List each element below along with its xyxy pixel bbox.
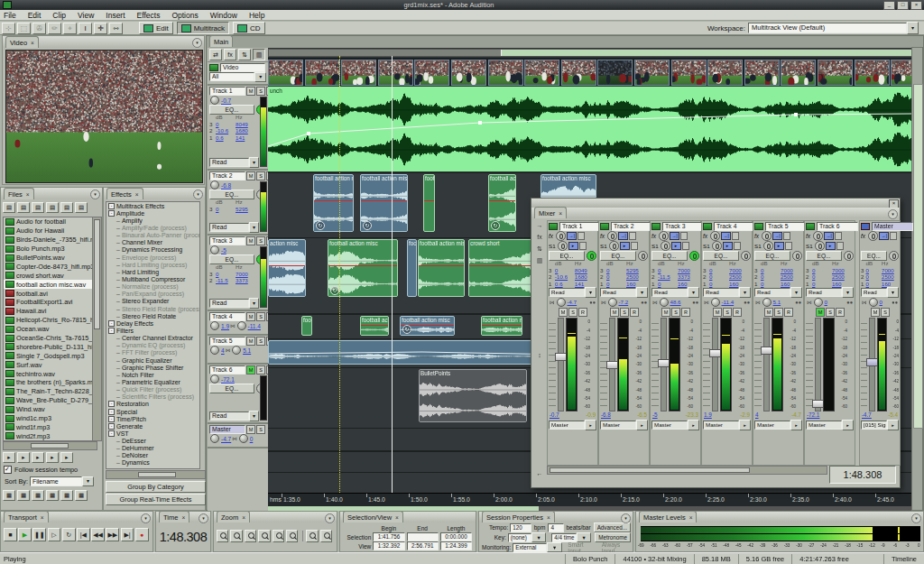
send-power-button[interactable] — [763, 241, 773, 251]
solo-button[interactable]: S — [256, 365, 265, 374]
file-item[interactable]: the brothers (n)_Sparks.mp3 — [4, 378, 97, 387]
maximize-button[interactable]: □ — [897, 1, 909, 10]
eq-toggle[interactable]: ▥ — [253, 49, 265, 60]
volume-fader[interactable] — [558, 318, 564, 411]
view-multitrack-button[interactable]: Multitrack — [177, 22, 229, 34]
close-icon[interactable]: × — [559, 210, 562, 217]
effect-item[interactable]: –Stereo Field Rotate — [106, 312, 199, 319]
close-icon[interactable]: × — [31, 40, 34, 46]
mute-button[interactable]: M — [246, 87, 255, 96]
close-icon[interactable]: × — [181, 514, 185, 521]
send-power-button[interactable] — [558, 241, 568, 251]
send-knob-button[interactable] — [682, 242, 689, 250]
file-item[interactable]: Ocean.wav — [4, 325, 97, 334]
video-frame-thumbnail[interactable] — [561, 60, 596, 86]
volume-value[interactable]: -0.7 — [550, 411, 559, 420]
eq-power-button[interactable] — [741, 251, 751, 261]
mute-button[interactable]: M — [246, 236, 255, 245]
sort-by-value[interactable]: Filename — [30, 476, 82, 486]
clip-gain-line[interactable] — [361, 325, 388, 326]
volume-value[interactable]: 1.9 — [221, 323, 229, 329]
output-dropdown-icon[interactable]: ▸ — [790, 420, 802, 430]
eq-freq-value[interactable]: 2500 — [626, 273, 648, 281]
output-select[interactable]: Master — [549, 421, 585, 430]
expand-icon[interactable]: - — [108, 409, 115, 415]
file-item[interactable]: wind2f.mp3 — [4, 431, 97, 440]
menu-file[interactable]: File — [4, 11, 16, 20]
audio-clip[interactable]: BulletPoints — [419, 369, 527, 422]
group-real-time-effects-button[interactable]: Group Real-Time Effects — [106, 494, 206, 505]
zoom-in-left-edge-button[interactable] — [273, 530, 284, 542]
pan-value[interactable]: 0 — [250, 436, 254, 442]
follow-session-tempo[interactable]: ✓Follow session tempo — [4, 466, 78, 474]
video-frame-thumbnail[interactable] — [378, 60, 413, 86]
solo-button[interactable]: S — [881, 308, 890, 317]
eq-gain-value[interactable]: -11.5 — [658, 273, 678, 281]
close-icon[interactable]: × — [689, 514, 693, 521]
volume-knob[interactable] — [210, 321, 219, 330]
panel-menu-icon[interactable]: ▾ — [911, 513, 921, 523]
zoom-to-selection-button[interactable] — [258, 530, 270, 542]
pan-value[interactable]: 0 — [880, 299, 882, 305]
fx-power-button[interactable] — [762, 231, 772, 241]
mixer-track-name[interactable]: Track 1 — [559, 222, 601, 231]
file-item[interactable]: OceanSe-Chris_Ta-7615_hifi.mp3 — [4, 334, 97, 343]
effect-item[interactable]: -Multitrack Effects — [106, 202, 199, 209]
fx-freeze-button[interactable] — [783, 232, 790, 240]
output-select[interactable]: Master — [806, 421, 842, 430]
pan-value[interactable]: 48.6 — [670, 299, 681, 305]
expand-icon[interactable]: - — [108, 401, 115, 407]
track-name[interactable]: Track 1 — [209, 87, 245, 96]
video-frame-thumbnail[interactable] — [305, 60, 340, 86]
file-item[interactable]: shorebre-Public_D-131_hifi.mp3 — [4, 342, 97, 351]
eq-freq-value[interactable]: 3373 — [236, 277, 257, 284]
eq-gain-value[interactable]: 0 — [761, 281, 781, 288]
eq-freq-value[interactable]: 7000 — [678, 267, 699, 274]
effect-item[interactable]: –Dynamic EQ (process) — [106, 342, 199, 349]
volume-knob[interactable] — [210, 96, 219, 105]
session-overview-bar[interactable] — [268, 49, 912, 57]
eq-gain-value[interactable]: 0 — [606, 273, 626, 281]
automation-dropdown-icon[interactable]: ▾ — [249, 222, 259, 233]
fx-power-button[interactable] — [659, 231, 669, 241]
fx-freeze-button[interactable] — [732, 232, 739, 240]
scrub-tool-icon[interactable]: ⇿ — [109, 23, 123, 34]
loop-play-icon[interactable]: ▸ — [17, 452, 30, 463]
eq-gain-value[interactable]: 0 — [866, 273, 882, 281]
workspace-dropdown-icon[interactable]: ▾ — [907, 22, 919, 34]
file-item[interactable]: Wave_Bre-Public_D-279_hifi.mp3 — [4, 396, 97, 405]
mixer-track-name[interactable]: Track 4 — [714, 222, 755, 231]
selection-view-tab[interactable]: Selection/View — [347, 513, 392, 522]
files-scrollbar[interactable] — [92, 217, 102, 441]
effect-item[interactable]: -Amplitude — [106, 209, 199, 217]
solo-button[interactable]: S — [723, 308, 732, 317]
eq-gain-value[interactable]: 0 — [709, 281, 729, 288]
eq-gain-value[interactable]: 0 — [866, 267, 882, 274]
volume-fader[interactable] — [869, 318, 874, 411]
send-pre-fader-button[interactable]: ▸ — [774, 242, 784, 250]
eq-gain-value[interactable]: 0.6 — [216, 134, 236, 142]
solo-button[interactable]: S — [256, 171, 265, 180]
pan-knob[interactable] — [660, 298, 669, 307]
effect-item[interactable]: -VST — [106, 430, 199, 437]
track-name[interactable]: Master — [209, 425, 245, 434]
file-item[interactable]: techintro.wav — [4, 369, 97, 378]
effect-item[interactable]: -Special — [106, 408, 199, 415]
fx-freeze-button[interactable] — [890, 232, 897, 240]
output-section-icon[interactable]: ← — [533, 470, 546, 482]
send-pre-fader-button[interactable]: ▸ — [620, 242, 630, 250]
mixer-track-name[interactable]: Track 6 — [817, 222, 858, 231]
effect-item[interactable]: –DeEsser — [106, 438, 199, 445]
automation-dropdown-icon[interactable]: ▾ — [887, 287, 899, 298]
effect-item[interactable]: –DeHummer — [106, 445, 199, 452]
eq-gain-value[interactable]: 0 — [216, 206, 236, 213]
time-selection-tool-icon[interactable]: I — [79, 23, 92, 34]
checkbox-icon[interactable]: ✓ — [4, 466, 12, 474]
sort-dropdown-icon[interactable]: ▾ — [82, 476, 94, 486]
effect-item[interactable]: –Hard Limiting — [106, 268, 199, 275]
show-audio-icon[interactable]: ▦ — [3, 490, 15, 501]
eq-freq-value[interactable]: 7000 — [832, 267, 854, 274]
tempo-icon[interactable]: ▸ — [60, 452, 73, 463]
volume-value[interactable]: -5 — [652, 411, 658, 420]
audio-clip[interactable]: football action misc — [423, 174, 435, 232]
